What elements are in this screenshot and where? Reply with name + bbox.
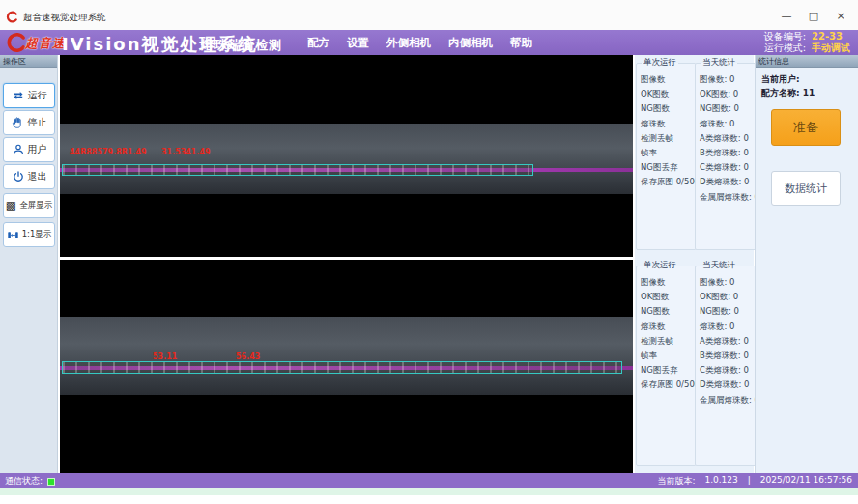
comm-status-label: 通信状态: (5, 475, 43, 488)
app-subtitle: 熔珠端面检测 (201, 37, 282, 54)
one-to-one-button-label: 1:1显示 (22, 229, 52, 240)
menu-settings[interactable]: 设置 (347, 36, 369, 50)
brand-name: 超音速 (25, 35, 66, 52)
recipe-name-label: 配方名称: (761, 88, 800, 98)
stat-row: 检测丢帧 (641, 131, 700, 146)
daily-stats-title: 当天统计 (701, 260, 737, 271)
stat-row: 图像数: 0 (700, 72, 759, 87)
menu-outer-camera[interactable]: 外侧相机 (386, 36, 431, 50)
operation-sidebar: 操作区 运行 停止 用户 (0, 55, 58, 473)
stop-button[interactable]: 停止 (3, 110, 55, 135)
single-run-title: 单次运行 (642, 260, 678, 271)
stat-row: NG图数: 0 (700, 101, 759, 116)
stat-row: A类熔珠数: 0 (700, 131, 759, 146)
measurement-annotation: 56.43 (236, 352, 260, 361)
stat-row: OK图数: 0 (700, 290, 759, 304)
stat-row: 熔珠数: 0 (700, 320, 759, 334)
stat-row: OK图数 (641, 290, 700, 304)
statistics-column: 单次运行 图像数 OK图数 NG图数 熔珠数 检测丢帧 帧率 NG图丢弃 保存原… (635, 55, 754, 473)
stat-row: A类熔珠数: 0 (700, 334, 759, 349)
exit-button-label: 退出 (28, 170, 47, 183)
inner-camera-viewport: 53.11 56.43 (60, 260, 633, 473)
camera-image-band (60, 124, 633, 194)
camera-image-band (60, 317, 633, 395)
data-statistics-button[interactable]: 数据统计 (771, 171, 841, 206)
user-button[interactable]: 用户 (3, 137, 55, 162)
run-loop-icon (12, 89, 25, 102)
status-bar: 通信状态: 当前版本: 1.0.123 | 2025/02/11 16:57:5… (0, 473, 858, 488)
stat-row: 保存原图 0/500 (641, 175, 700, 189)
stat-row: D类熔珠数: 0 (700, 378, 759, 392)
one-to-one-button[interactable]: 1:1显示 (3, 222, 55, 247)
outer-camera-viewport: 44R88579.8R1.49 31.5341.49 (60, 55, 633, 257)
stat-row: 图像数 (641, 275, 700, 290)
window-title: 超音速视觉处理系统 (23, 12, 106, 24)
stat-row: 检测丢帧 (641, 334, 700, 349)
ready-button[interactable]: 准备 (771, 109, 841, 146)
single-run-groupbox: 单次运行 图像数 OK图数 NG图数 熔珠数 检测丢帧 帧率 NG图丢弃 保存原… (636, 260, 703, 466)
maximize-button[interactable]: □ (800, 6, 827, 25)
exit-button[interactable]: 退出 (3, 164, 55, 189)
run-mode-value: 手动调试 (812, 42, 850, 54)
status-separator: | (748, 475, 751, 488)
stat-row: 熔珠数 (641, 117, 700, 131)
stat-row: 图像数: 0 (700, 275, 759, 290)
stat-row: D类熔珠数: 0 (700, 175, 759, 189)
stat-row: 帧率 (641, 146, 700, 160)
stat-row: 保存原图 0/500 (641, 378, 700, 392)
operation-sidebar-title: 操作区 (0, 55, 57, 68)
bottom-strip (0, 488, 858, 495)
stat-row: OK图数 (641, 87, 700, 101)
version-value: 1.0.123 (704, 475, 737, 488)
daily-stats-groupbox: 当天统计 图像数: 0 OK图数: 0 NG图数: 0 熔珠数: 0 A类熔珠数… (695, 57, 763, 250)
datetime-value: 2025/02/11 16:57:56 (760, 475, 852, 488)
detection-roi-box (62, 361, 622, 374)
stat-row: 图像数 (641, 72, 700, 87)
single-run-groupbox: 单次运行 图像数 OK图数 NG图数 熔珠数 检测丢帧 帧率 NG图丢弃 保存原… (636, 57, 703, 250)
stat-row: B类熔珠数: 0 (700, 146, 759, 160)
stat-row: 熔珠数: 0 (700, 117, 759, 131)
menu-help[interactable]: 帮助 (510, 36, 532, 50)
measurement-annotation: 53.11 (153, 352, 177, 361)
user-icon (12, 143, 25, 156)
app-header: 超音速 IVision视觉处理系统 熔珠端面检测 配方 设置 外侧相机 内侧相机… (0, 30, 858, 55)
stat-row: C类熔珠数: 0 (700, 160, 759, 175)
menu-inner-camera[interactable]: 内侧相机 (448, 36, 493, 50)
stat-row: C类熔珠数: 0 (700, 363, 759, 378)
brand-logo-icon (6, 32, 27, 53)
titlebar: 超音速视觉处理系统 — □ × (0, 0, 858, 30)
stat-row: NG图数 (641, 101, 700, 116)
user-button-label: 用户 (28, 143, 47, 156)
outer-camera-stats: 单次运行 图像数 OK图数 NG图数 熔珠数 检测丢帧 帧率 NG图丢弃 保存原… (635, 55, 754, 254)
recipe-name-value: 11 (803, 88, 815, 98)
current-user-label: 当前用户: (761, 74, 800, 84)
fullscreen-icon: ▩ (6, 200, 16, 211)
measurement-annotation: 44R88579.8R1.49 (70, 148, 147, 156)
comm-status-indicator (47, 478, 55, 486)
inner-camera-stats: 单次运行 图像数 OK图数 NG图数 熔珠数 检测丢帧 帧率 NG图丢弃 保存原… (635, 258, 754, 472)
device-number-value: 22-33 (812, 31, 850, 42)
device-info: 设备编号: 22-33 运行模式: 手动调试 (764, 31, 850, 54)
stat-row: NG图数: 0 (700, 304, 759, 319)
menu-recipe[interactable]: 配方 (307, 36, 329, 50)
app-logo-icon (6, 11, 18, 23)
stat-row: NG图数 (641, 304, 700, 319)
version-label: 当前版本: (657, 475, 695, 488)
daily-stats-groupbox: 当天统计 图像数: 0 OK图数: 0 NG图数: 0 熔珠数: 0 A类熔珠数… (695, 260, 763, 466)
stat-row: 熔珠数 (641, 320, 700, 334)
stop-button-label: 停止 (28, 116, 47, 129)
one-to-one-icon (7, 229, 19, 241)
stop-hand-icon (12, 116, 25, 129)
fullscreen-button-label: 全屏显示 (19, 200, 52, 211)
fullscreen-button[interactable]: ▩ 全屏显示 (3, 193, 55, 218)
statistics-info-panel: 统计信息 当前用户: 配方名称: 11 准备 数据统计 (755, 55, 858, 473)
stat-row: 金属屑熔珠数: 0 (700, 190, 759, 205)
minimize-button[interactable]: — (773, 6, 800, 25)
device-number-label: 设备编号: (764, 31, 806, 42)
power-icon (12, 170, 25, 183)
run-button[interactable]: 运行 (3, 83, 55, 108)
main-menu: 配方 设置 外侧相机 内侧相机 帮助 (307, 30, 532, 55)
daily-stats-title: 当天统计 (701, 57, 737, 69)
close-button[interactable]: × (827, 6, 854, 25)
single-run-title: 单次运行 (642, 57, 678, 69)
